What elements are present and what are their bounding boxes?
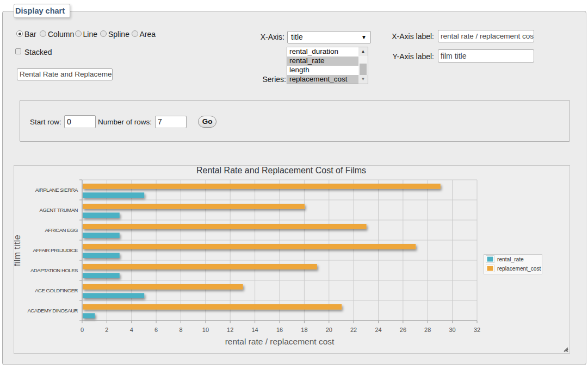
svg-text:18: 18 bbox=[301, 327, 307, 333]
svg-text:rental_rate: rental_rate bbox=[497, 256, 524, 262]
svg-text:ACADEMY DINOSAUR: ACADEMY DINOSAUR bbox=[27, 308, 78, 313]
svg-text:AIRPLANE SIERRA: AIRPLANE SIERRA bbox=[35, 187, 78, 193]
svg-text:4: 4 bbox=[130, 327, 133, 333]
svg-text:32: 32 bbox=[474, 327, 480, 333]
svg-text:20: 20 bbox=[326, 327, 332, 333]
svg-text:26: 26 bbox=[400, 327, 406, 333]
svg-text:10: 10 bbox=[202, 327, 209, 333]
svg-text:AFFAIR PREJUDICE: AFFAIR PREJUDICE bbox=[33, 247, 78, 253]
svg-text:14: 14 bbox=[251, 327, 258, 333]
svg-text:12: 12 bbox=[227, 327, 233, 333]
svg-text:ADAPTATION HOLES: ADAPTATION HOLES bbox=[30, 267, 78, 273]
svg-text:22: 22 bbox=[350, 327, 357, 333]
svg-text:8: 8 bbox=[179, 327, 182, 333]
svg-text:16: 16 bbox=[276, 327, 283, 333]
svg-text:2: 2 bbox=[105, 327, 108, 333]
svg-text:30: 30 bbox=[449, 327, 455, 333]
svg-text:Rental Rate and Replacement Co: Rental Rate and Replacement Cost of Film… bbox=[196, 166, 366, 175]
svg-text:0: 0 bbox=[81, 327, 84, 333]
svg-text:28: 28 bbox=[424, 327, 431, 333]
svg-text:rental rate / replacement cost: rental rate / replacement cost bbox=[225, 337, 335, 346]
svg-text:AGENT TRUMAN: AGENT TRUMAN bbox=[40, 207, 78, 213]
svg-text:replacement_cost: replacement_cost bbox=[497, 266, 541, 272]
svg-text:24: 24 bbox=[375, 327, 381, 333]
svg-text:film title: film title bbox=[14, 235, 22, 266]
svg-text:6: 6 bbox=[154, 327, 158, 333]
svg-text:ACE GOLDFINGER: ACE GOLDFINGER bbox=[35, 287, 78, 293]
svg-text:AFRICAN EGG: AFRICAN EGG bbox=[45, 227, 78, 233]
